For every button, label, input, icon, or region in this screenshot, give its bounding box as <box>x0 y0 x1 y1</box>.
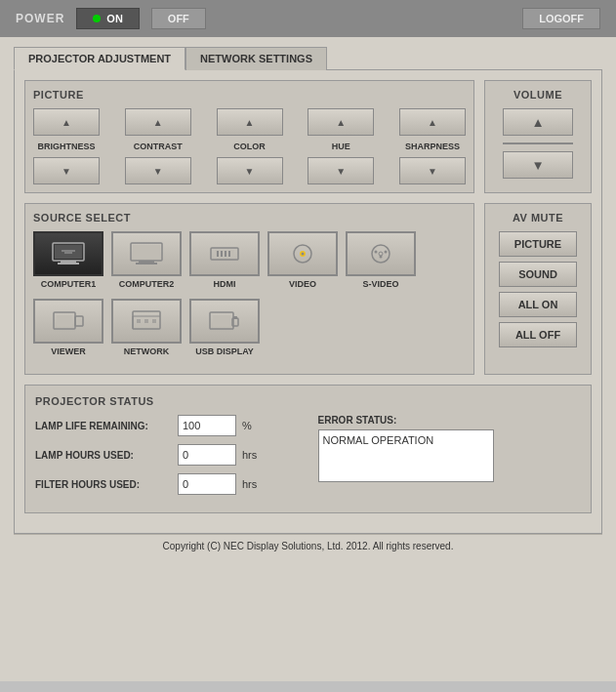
svg-rect-32 <box>152 319 156 323</box>
source-video[interactable]: VIDEO <box>267 231 338 289</box>
video-label: VIDEO <box>289 279 316 289</box>
power-on-button[interactable]: ON <box>76 8 140 29</box>
source-panel: SOURCE SELECT <box>24 203 474 375</box>
svg-rect-9 <box>133 245 160 259</box>
lamp-hours-unit: hrs <box>242 449 257 461</box>
svg-rect-2 <box>58 263 79 265</box>
picture-title: PICTURE <box>33 89 466 101</box>
source-hdmi[interactable]: HDMI <box>189 231 260 289</box>
contrast-up-button[interactable]: ▲ <box>125 108 191 136</box>
brightness-up-button[interactable]: ▲ <box>33 108 100 136</box>
lamp-hours-field: LAMP HOURS USED: hrs <box>35 444 299 466</box>
volume-panel: VOLUME ▲ ▼ <box>484 80 592 193</box>
viewer-label: VIEWER <box>51 346 86 356</box>
picture-panel: PICTURE ▲ BRIGHTNESS ▼ ▲ CONTRAST ▼ ▲ <box>24 80 474 193</box>
lamp-life-unit: % <box>242 420 252 431</box>
volume-divider <box>503 142 573 144</box>
color-up-button[interactable]: ▲ <box>217 108 283 136</box>
av-sound-button[interactable]: SOUND <box>499 262 577 287</box>
green-indicator <box>93 15 101 22</box>
hue-label: HUE <box>332 142 350 151</box>
on-label: ON <box>106 13 123 24</box>
color-control: ▲ COLOR ▼ <box>217 108 283 184</box>
source-viewer[interactable]: VIEWER <box>33 299 103 356</box>
picture-controls: ▲ BRIGHTNESS ▼ ▲ CONTRAST ▼ ▲ COLOR ▼ <box>33 108 466 184</box>
sharpness-down-button[interactable]: ▼ <box>399 157 466 184</box>
source-svideo[interactable]: S-VIDEO <box>346 231 416 289</box>
source-row-1: COMPUTER1 COMPUTER2 <box>33 231 466 289</box>
contrast-down-button[interactable]: ▼ <box>125 157 191 184</box>
svg-rect-37 <box>233 316 237 319</box>
projector-status-panel: PROJECTOR STATUS LAMP LIFE REMAINING: % … <box>24 385 592 513</box>
svg-rect-12 <box>217 251 219 257</box>
svg-rect-3 <box>55 245 82 259</box>
logoff-button[interactable]: LOGOFF <box>522 8 600 29</box>
source-computer2[interactable]: COMPUTER2 <box>111 231 182 289</box>
brightness-label: BRIGHTNESS <box>37 142 95 151</box>
contrast-control: ▲ CONTRAST ▼ <box>125 108 191 184</box>
footer-text: Copyright (C) NEC Display Solutions, Ltd… <box>163 541 454 551</box>
volume-controls: ▲ ▼ <box>493 108 583 179</box>
source-computer1[interactable]: COMPUTER1 <box>33 231 103 289</box>
svg-point-19 <box>372 245 390 263</box>
lamp-hours-label: LAMP HOURS USED: <box>35 450 172 461</box>
lamp-hours-input[interactable] <box>178 444 236 466</box>
status-row: LAMP LIFE REMAINING: % LAMP HOURS USED: … <box>35 415 581 503</box>
svg-point-18 <box>302 253 305 256</box>
mid-row: SOURCE SELECT <box>24 203 592 375</box>
hue-up-button[interactable]: ▲ <box>308 108 374 136</box>
av-picture-button[interactable]: PICTURE <box>499 231 577 257</box>
computer1-label: COMPUTER1 <box>41 279 97 289</box>
source-network[interactable]: NETWORK <box>111 299 182 356</box>
svg-rect-27 <box>77 318 81 324</box>
svg-rect-8 <box>136 263 157 265</box>
usb-display-label: USB DISPLAY <box>195 346 254 356</box>
filter-hours-input[interactable] <box>178 473 236 495</box>
svg-rect-7 <box>139 261 154 263</box>
svg-rect-13 <box>221 251 223 257</box>
tabs: PROJECTOR ADJUSTMENT NETWORK SETTINGS <box>14 47 602 70</box>
brightness-control: ▲ BRIGHTNESS ▼ <box>33 108 100 184</box>
source-usb-display[interactable]: USB DISPLAY <box>189 299 260 356</box>
lamp-life-input[interactable] <box>178 415 236 436</box>
brightness-down-button[interactable]: ▼ <box>33 157 100 184</box>
lamp-life-field: LAMP LIFE REMAINING: % <box>35 415 299 436</box>
video-icon <box>267 231 338 276</box>
volume-down-button[interactable]: ▼ <box>503 151 573 179</box>
svideo-label: S-VIDEO <box>362 279 398 289</box>
network-label: NETWORK <box>124 346 170 356</box>
hdmi-icon <box>189 231 260 276</box>
hue-down-button[interactable]: ▼ <box>308 157 374 184</box>
main-content: PROJECTOR ADJUSTMENT NETWORK SETTINGS PI… <box>0 37 616 681</box>
av-mute-panel: AV MUTE PICTURE SOUND ALL ON ALL OFF <box>484 203 592 375</box>
network-icon <box>111 299 182 344</box>
svideo-icon <box>346 231 416 276</box>
viewer-icon <box>33 299 103 344</box>
sharpness-control: ▲ SHARPNESS ▼ <box>399 108 466 184</box>
hdmi-label: HDMI <box>214 279 236 289</box>
svg-point-20 <box>375 251 378 254</box>
tab-projector-adjustment[interactable]: PROJECTOR ADJUSTMENT <box>14 47 185 70</box>
color-down-button[interactable]: ▼ <box>217 157 283 184</box>
filter-hours-label: FILTER HOURS USED: <box>35 479 172 490</box>
sharpness-up-button[interactable]: ▲ <box>399 108 466 136</box>
panel-area: PICTURE ▲ BRIGHTNESS ▼ ▲ CONTRAST ▼ ▲ <box>14 69 602 534</box>
tab-network-settings[interactable]: NETWORK SETTINGS <box>185 47 327 70</box>
av-mute-title: AV MUTE <box>493 212 583 224</box>
computer2-label: COMPUTER2 <box>119 279 175 289</box>
contrast-label: CONTRAST <box>134 142 183 151</box>
svg-rect-1 <box>61 261 76 263</box>
lamp-life-label: LAMP LIFE REMAINING: <box>35 421 172 431</box>
power-off-button[interactable]: OFF <box>151 8 206 29</box>
svg-rect-25 <box>57 315 72 326</box>
computer1-icon <box>33 231 103 276</box>
av-all-off-button[interactable]: ALL OFF <box>499 322 577 347</box>
svg-rect-35 <box>213 315 230 326</box>
top-row: PICTURE ▲ BRIGHTNESS ▼ ▲ CONTRAST ▼ ▲ <box>24 80 592 193</box>
sharpness-label: SHARPNESS <box>405 142 460 151</box>
power-label: POWER <box>16 12 64 25</box>
logoff-label: LOGOFF <box>539 13 584 24</box>
volume-up-button[interactable]: ▲ <box>503 108 573 136</box>
status-fields: LAMP LIFE REMAINING: % LAMP HOURS USED: … <box>35 415 299 503</box>
av-all-on-button[interactable]: ALL ON <box>499 292 577 317</box>
